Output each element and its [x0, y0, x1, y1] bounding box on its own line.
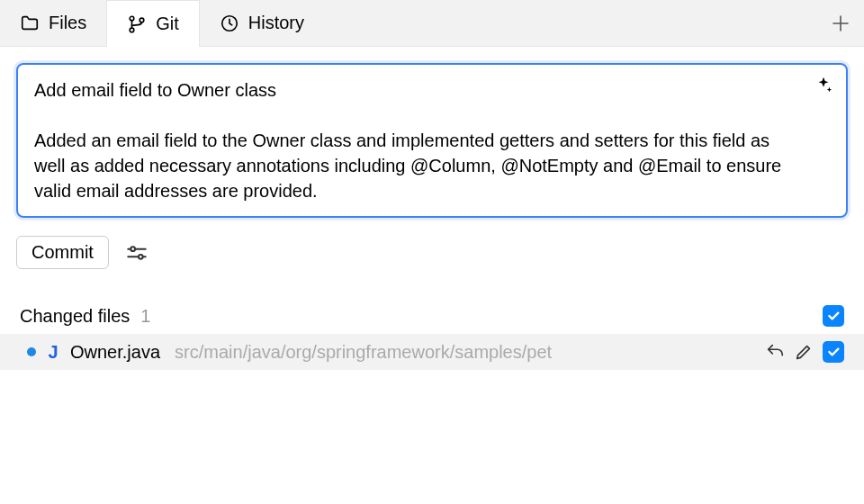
- tab-bar: Files Git History: [0, 0, 864, 47]
- revert-button[interactable]: [765, 342, 785, 362]
- tab-label: Git: [156, 14, 179, 34]
- branch-icon: [127, 14, 147, 34]
- tab-files[interactable]: Files: [0, 0, 106, 46]
- file-path: src/main/java/org/springframework/sample…: [175, 342, 756, 363]
- ai-generate-button[interactable]: [814, 76, 833, 100]
- commit-button[interactable]: Commit: [16, 236, 109, 269]
- commit-message-input[interactable]: Add email field to Owner class Added an …: [34, 77, 830, 203]
- tab-label: Files: [49, 13, 86, 33]
- tab-label: History: [248, 13, 304, 33]
- add-tab-button[interactable]: [817, 0, 864, 46]
- clock-icon: [220, 14, 239, 33]
- changed-files-title: Changed files: [20, 306, 130, 327]
- select-all-checkbox[interactable]: [823, 305, 844, 327]
- changed-file-row[interactable]: J Owner.java src/main/java/org/springfra…: [0, 334, 864, 370]
- java-file-icon: J: [45, 342, 61, 363]
- file-name: Owner.java: [70, 342, 160, 363]
- folder-icon: [20, 14, 40, 33]
- tab-git[interactable]: Git: [106, 0, 200, 47]
- modified-indicator-icon: [27, 347, 36, 356]
- file-checkbox[interactable]: [823, 341, 844, 363]
- tab-history[interactable]: History: [200, 0, 324, 46]
- changed-files-header: Changed files 1: [16, 305, 848, 334]
- commit-options-button[interactable]: [125, 241, 148, 265]
- commit-message-wrapper: Add email field to Owner class Added an …: [16, 63, 848, 218]
- edit-button[interactable]: [794, 342, 814, 362]
- changed-files-count: 1: [140, 306, 150, 327]
